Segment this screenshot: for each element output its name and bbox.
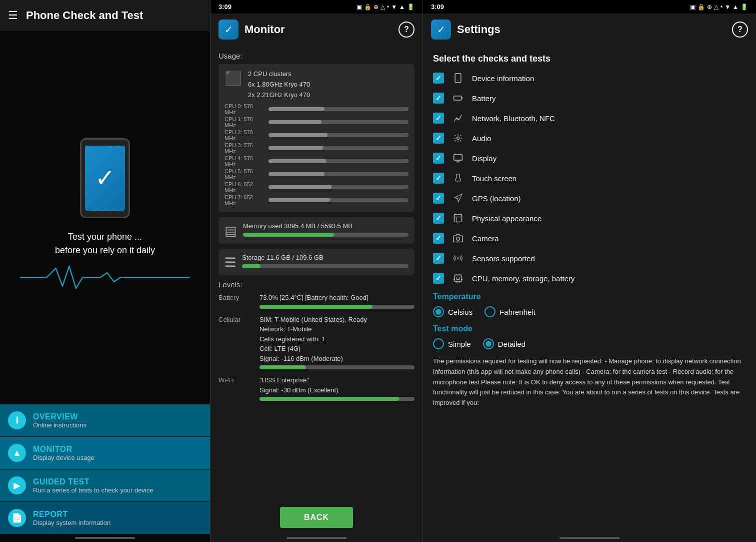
svg-point-13 [456,237,460,241]
guided-label: GUIDED TEST [33,477,154,486]
check-item[interactable]: ✓ Display [433,151,746,165]
monitor-label: MONITOR [33,445,94,454]
overview-sub: Online instructions [33,421,86,429]
check-item[interactable]: ✓ CPU, memory, storage, battery [433,271,746,285]
check-item[interactable]: ✓ Sensors supported [433,251,746,265]
check-item[interactable]: ✓ Physical appearance [433,211,746,225]
cellular-progress-fill [260,365,306,369]
svg-rect-6 [454,155,462,161]
panel-main: ☰ Phone Check and Test ✓ Test your phone… [0,0,210,542]
check-mark: ✓ [436,114,442,122]
nav-item-monitor[interactable]: ▲ MONITOR Display device usage [0,436,210,469]
levels-label: Levels: [218,280,414,289]
radio-item-temp[interactable]: Fahrenheit [484,306,536,317]
back-button[interactable]: BACK [280,507,353,528]
monitor-sub: Display device usage [33,454,94,461]
cpu-bar-row: CPU 1: 576 MHz [224,116,408,128]
cpu-bar-bg [268,120,408,124]
check-item[interactable]: ✓ Device information [433,71,746,85]
cpu-bar-fill [268,146,323,150]
cpu-bar-bg [268,133,408,137]
cpu-bar-label: CPU 3: 576 MHz [224,142,264,154]
radio-item-testmode[interactable]: Detailed [483,338,526,349]
bottom-bar-indicator [75,537,135,539]
memory-text: Memory used 3095.4 MB / 5593.5 MB [243,222,408,230]
battery-progress-fill [260,305,372,309]
check-icon: ✓ [95,166,115,190]
hero-section: ✓ Test your phone ... before you rely on… [0,31,210,404]
check-item-label: Physical appearance [472,214,542,223]
monitor-help-icon[interactable]: ? [398,22,414,38]
radio-outer[interactable] [433,338,444,349]
sensors-icon [451,251,465,265]
radio-item-temp[interactable]: Celsius [433,306,472,317]
report-icon: 📄 [8,509,26,527]
status-time-monitor: 3:09 [218,3,232,11]
cpu-bar-fill [268,120,322,124]
check-item[interactable]: ✓ Camera [433,231,746,245]
checkbox[interactable]: ✓ [433,173,444,184]
radio-outer[interactable] [484,306,496,317]
memory-progress-bg [243,233,408,237]
cpu-bar-fill [268,185,332,189]
nav-item-overview[interactable]: ℹ OVERVIEW Online instructions [0,404,210,436]
svg-marker-4 [454,115,462,122]
checkbox[interactable]: ✓ [433,213,444,224]
check-mark: ✓ [436,214,442,222]
checkbox[interactable]: ✓ [433,253,444,264]
phone-icon [451,71,465,85]
cpu-bar-bg [268,146,408,150]
svg-point-5 [457,137,460,140]
check-mark: ✓ [436,74,442,82]
checkbox[interactable]: ✓ [433,153,444,164]
cpu-bar-fill [268,107,324,111]
checkbox[interactable]: ✓ [433,273,444,284]
checkbox[interactable]: ✓ [433,73,444,84]
status-bar-monitor: 3:09 ▣🔒⊕△• ▼▲🔋 [210,0,422,14]
nav-item-guided[interactable]: ▶ GUIDED TEST Run a series of tests to c… [0,469,210,501]
check-item[interactable]: ✓ Battery [433,91,746,105]
battery-label: Battery [218,293,254,301]
radio-label: Simple [448,340,471,348]
nav-item-report[interactable]: 📄 REPORT Display system information [0,501,210,534]
menu-icon[interactable]: ☰ [8,9,18,22]
checkbox[interactable]: ✓ [433,133,444,144]
radio-outer[interactable] [433,306,444,317]
check-item[interactable]: ✓ Audio [433,131,746,145]
heartbeat-container [10,257,200,297]
usage-label: Usage: [218,52,414,60]
status-time-settings: 3:09 [431,3,444,11]
guided-icon: ▶ [8,476,26,494]
signal-icon [451,111,465,125]
checkbox[interactable]: ✓ [433,193,444,204]
check-item[interactable]: ✓ GPS (location) [433,191,746,205]
permissions-text: The permissions required for testing wil… [433,356,746,408]
cpu-bar-label: CPU 0: 576 MHz [224,103,264,115]
checkbox[interactable]: ✓ [433,113,444,124]
checkbox[interactable]: ✓ [433,233,444,244]
check-mark: ✓ [436,154,442,162]
check-item[interactable]: ✓ Touch screen [433,171,746,185]
battery-level: Battery 73.0% [25.4°C] [Battery health: … [218,293,414,309]
top-bar: ☰ Phone Check and Test [0,0,210,31]
panel-settings: 3:09 ▣🔒⊕△• ▼▲🔋 ✓ Settings ? Select the c… [423,0,756,542]
cpu-bar-row: CPU 7: 652 MHz [224,194,408,206]
check-item[interactable]: ✓ Network, Bluetooth, NFC [433,111,746,125]
storage-icon: ☰ [224,255,236,270]
bottom-bar-indicator-monitor [286,537,346,539]
settings-title: Settings [457,23,500,36]
svg-rect-10 [454,215,462,222]
radio-item-testmode[interactable]: Simple [433,338,471,349]
cpu-bar-row: CPU 6: 652 MHz [224,181,408,193]
checkbox[interactable]: ✓ [433,93,444,104]
memory-progress-fill [243,233,334,237]
settings-help-icon[interactable]: ? [732,22,748,38]
radio-outer[interactable] [483,338,494,349]
cpu-icon [451,271,465,285]
monitor-content: Usage: ⬛ 2 CPU clusters 6x 1.80GHz Kryo … [210,46,422,501]
phone-graphic: ✓ [80,138,130,218]
report-label: REPORT [33,510,110,519]
temp-section-title: Temperature [433,292,746,301]
settings-content: Select the checks and tests ✓ Device inf… [423,46,756,534]
monitor-title: Monitor [244,23,285,36]
